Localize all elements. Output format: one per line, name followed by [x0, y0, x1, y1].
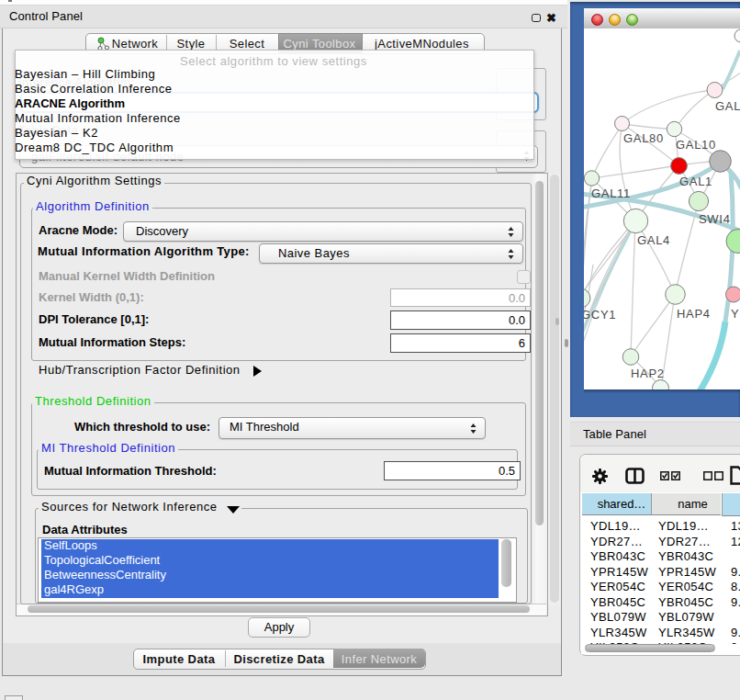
svg-text:GAL11: GAL11: [591, 186, 631, 200]
svg-text:GAL10: GAL10: [676, 138, 716, 152]
svg-text:GCY1: GCY1: [584, 308, 616, 322]
svg-text:Y: Y: [731, 307, 739, 321]
svg-text:SWI4: SWI4: [699, 212, 731, 226]
svg-text:GAL1: GAL1: [679, 175, 712, 188]
svg-text:GAL: GAL: [715, 99, 740, 113]
svg-text:HAP4: HAP4: [677, 307, 711, 321]
svg-text:GAL80: GAL80: [623, 131, 664, 145]
svg-text:HAP2: HAP2: [631, 367, 665, 380]
svg-text:GAL4: GAL4: [637, 233, 670, 247]
